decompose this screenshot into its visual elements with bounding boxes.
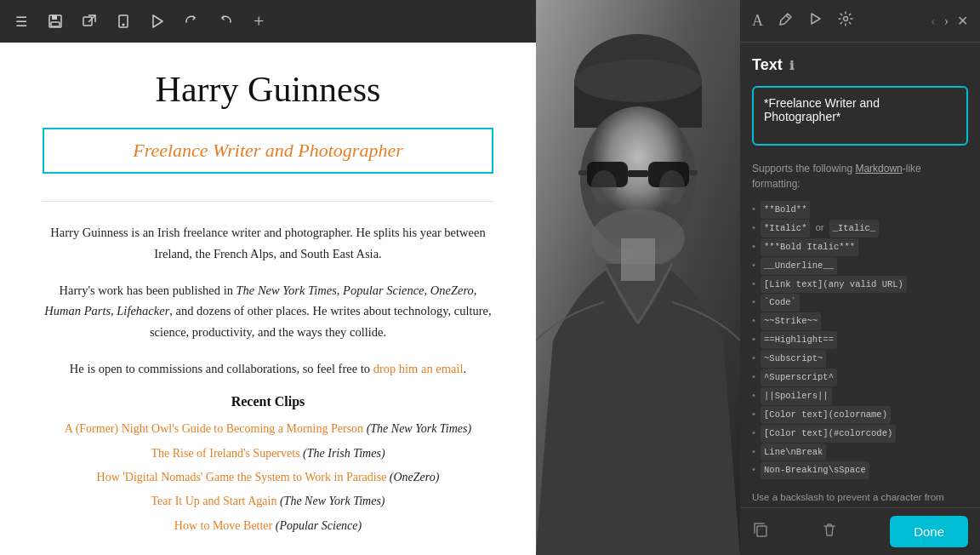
clip-title-4: Tear It Up and Start Again — [151, 495, 277, 507]
photo-panel — [536, 0, 740, 555]
done-button[interactable]: Done — [890, 516, 968, 547]
content-area: Harry Guinness Freelance Writer and Phot… — [0, 43, 536, 555]
page-title: Harry Guinness — [43, 68, 493, 111]
md-item-color-code: [Color text](#colorcode) — [752, 424, 968, 443]
svg-point-9 — [574, 60, 702, 102]
bio-p3-end: . — [464, 362, 467, 375]
play-icon[interactable] — [148, 12, 167, 31]
clip-pub-4: (The New York Times) — [280, 495, 385, 507]
md-item-highlight: ==Highlight== — [752, 330, 968, 349]
md-item-bold: **Bold** — [752, 200, 968, 219]
close-icon[interactable]: ✕ — [957, 13, 968, 29]
md-item-link: [Link text](any valid URL) — [752, 275, 968, 294]
clip-title-2: The Rise of Ireland's Supervets — [151, 447, 299, 460]
clip-title-5: How to Move Better — [174, 519, 272, 532]
backslash-info: Use a backslash to prevent a character f… — [752, 489, 968, 507]
copy-icon[interactable] — [752, 521, 769, 542]
settings-icon[interactable] — [838, 11, 853, 31]
svg-rect-17 — [621, 238, 655, 281]
md-item-bold-italic: ***Bold Italic*** — [752, 237, 968, 256]
clip-pub-5: (Popular Science) — [276, 519, 362, 532]
clip-pub-1: (The New York Times) — [367, 422, 472, 435]
markdown-info: Supports the following Markdown-like for… — [752, 161, 968, 192]
clip-title-1: A (Former) Night Owl's Guide to Becoming… — [65, 422, 363, 435]
save-icon[interactable] — [46, 12, 65, 31]
svg-point-20 — [844, 17, 848, 21]
email-link[interactable]: drop him an email — [373, 362, 464, 375]
md-item-linebreak: Line\nBreak — [752, 443, 968, 461]
svg-rect-15 — [689, 170, 698, 175]
font-icon[interactable]: A — [752, 12, 763, 30]
svg-rect-13 — [628, 170, 648, 177]
nav-forward-arrow[interactable]: › — [944, 14, 949, 29]
svg-rect-1 — [52, 15, 57, 20]
brush-icon[interactable] — [778, 11, 794, 31]
clip-item-5[interactable]: How to Move Better (Popular Science) — [43, 517, 493, 535]
md-item-subscript: ~Subscript~ — [752, 349, 968, 368]
svg-rect-2 — [51, 22, 60, 26]
clips-list: A (Former) Night Owl's Guide to Becoming… — [43, 420, 493, 535]
delete-icon[interactable] — [821, 521, 838, 542]
toolbar: ☰ — [0, 0, 536, 43]
clip-title-3: How 'Digital Nomads' Game the System to … — [97, 471, 387, 483]
clip-pub-3: (OneZero) — [390, 471, 440, 483]
device-icon[interactable] — [114, 12, 133, 31]
subtitle-text: Freelance Writer and Photographer — [133, 140, 403, 161]
md-item-underline: __Underline__ — [752, 256, 968, 275]
bio-p2-end: , and dozens of other places. He writes … — [150, 304, 492, 339]
clip-item-4[interactable]: Tear It Up and Start Again (The New York… — [43, 492, 493, 511]
bio-p2-start: Harry's work has been published in — [60, 283, 236, 297]
panel-title-text: Text — [752, 56, 783, 74]
md-item-spoilers: ||Spoilers|| — [752, 386, 968, 405]
nav-back-arrow[interactable]: ‹ — [931, 14, 935, 29]
md-item-nbsp: Non-Breaking\sSpace — [752, 461, 968, 479]
svg-point-18 — [591, 170, 617, 204]
svg-point-5 — [122, 24, 124, 26]
add-icon[interactable]: + — [254, 10, 264, 32]
md-item-italic: *Italic* or _Italic_ — [752, 219, 968, 237]
divider — [43, 201, 493, 202]
clip-pub-2: (The Irish Times) — [303, 447, 385, 460]
right-toolbar-nav: ‹ › ✕ — [931, 13, 968, 29]
markdown-list: **Bold** *Italic* or _Italic_ ***Bold It… — [752, 200, 968, 479]
clip-item-2[interactable]: The Rise of Ireland's Supervets (The Iri… — [43, 444, 493, 463]
subtitle-box[interactable]: Freelance Writer and Photographer — [43, 128, 493, 174]
left-panel: ☰ — [0, 0, 536, 555]
bio-p3-start: He is open to commissions and collaborat… — [70, 362, 373, 375]
panel-title: Text ℹ — [752, 56, 968, 74]
md-item-superscript: ^Superscript^ — [752, 368, 968, 386]
text-input[interactable]: *Freelance Writer and Photographer* — [752, 86, 968, 146]
clips-section-title: Recent Clips — [43, 394, 493, 409]
clip-item-3[interactable]: How 'Digital Nomads' Game the System to … — [43, 468, 493, 487]
svg-rect-3 — [83, 17, 92, 26]
bottom-bar: Done — [740, 507, 980, 555]
md-item-code: `Code` — [752, 293, 968, 312]
right-panel: A ‹ › ✕ — [740, 0, 980, 555]
right-toolbar: A ‹ › ✕ — [740, 0, 980, 43]
undo-icon[interactable] — [216, 12, 235, 31]
right-toolbar-icons: A — [752, 11, 853, 31]
menu-icon[interactable]: ☰ — [12, 12, 31, 31]
play-right-icon[interactable] — [809, 12, 823, 30]
markdown-link[interactable]: Markdown — [855, 163, 902, 175]
svg-rect-21 — [757, 526, 766, 536]
md-item-color-name: [Color text](colorname) — [752, 405, 968, 424]
bio-paragraph-2: Harry's work has been published in The N… — [43, 280, 493, 343]
md-item-strike: ~~Strike~~ — [752, 312, 968, 330]
svg-point-19 — [659, 170, 685, 204]
clip-item-1[interactable]: A (Former) Night Owl's Guide to Becoming… — [43, 420, 493, 438]
right-content: Text ℹ *Freelance Writer and Photographe… — [740, 43, 980, 507]
redo-icon[interactable] — [182, 12, 201, 31]
bio-paragraph-3: He is open to commissions and collaborat… — [43, 358, 493, 380]
panel-title-icon: ℹ — [789, 59, 794, 72]
external-icon[interactable] — [80, 12, 99, 31]
bio-paragraph-1: Harry Guinness is an Irish freelance wri… — [43, 222, 493, 264]
svg-rect-14 — [578, 170, 587, 175]
